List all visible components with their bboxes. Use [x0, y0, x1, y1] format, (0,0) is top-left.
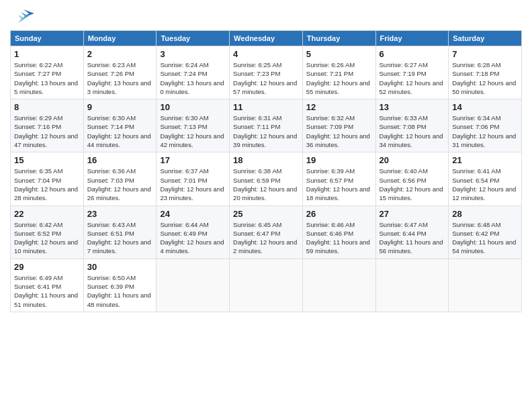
calendar-cell: 20Sunrise: 6:40 AM Sunset: 6:56 PM Dayli… — [375, 152, 449, 205]
day-info: Sunrise: 6:47 AM Sunset: 6:44 PM Dayligh… — [380, 220, 445, 256]
calendar-cell — [375, 259, 449, 312]
calendar-cell: 25Sunrise: 6:45 AM Sunset: 6:47 PM Dayli… — [230, 205, 303, 259]
calendar-cell: 27Sunrise: 6:47 AM Sunset: 6:44 PM Dayli… — [375, 205, 449, 259]
calendar-cell: 17Sunrise: 6:37 AM Sunset: 7:01 PM Dayli… — [157, 152, 230, 205]
day-number: 8 — [14, 102, 80, 112]
day-number: 18 — [233, 155, 299, 165]
day-info: Sunrise: 6:40 AM Sunset: 6:56 PM Dayligh… — [380, 167, 445, 202]
day-number: 23 — [87, 209, 153, 219]
calendar-cell: 6Sunrise: 6:27 AM Sunset: 7:19 PM Daylig… — [375, 46, 449, 99]
calendar-week-row: 1Sunrise: 6:22 AM Sunset: 7:27 PM Daylig… — [11, 46, 522, 99]
day-info: Sunrise: 6:44 AM Sunset: 6:49 PM Dayligh… — [160, 220, 226, 256]
calendar-cell: 10Sunrise: 6:30 AM Sunset: 7:13 PM Dayli… — [157, 99, 230, 152]
calendar-cell: 7Sunrise: 6:28 AM Sunset: 7:18 PM Daylig… — [449, 46, 522, 99]
calendar-cell: 1Sunrise: 6:22 AM Sunset: 7:27 PM Daylig… — [11, 46, 84, 99]
calendar-cell — [449, 259, 522, 312]
calendar-cell: 13Sunrise: 6:33 AM Sunset: 7:08 PM Dayli… — [375, 99, 449, 152]
day-info: Sunrise: 6:35 AM Sunset: 7:04 PM Dayligh… — [14, 167, 80, 202]
day-number: 11 — [233, 102, 299, 112]
day-info: Sunrise: 6:23 AM Sunset: 7:26 PM Dayligh… — [87, 60, 153, 96]
calendar-cell: 14Sunrise: 6:34 AM Sunset: 7:06 PM Dayli… — [449, 99, 522, 152]
day-info: Sunrise: 6:42 AM Sunset: 6:52 PM Dayligh… — [14, 220, 80, 256]
day-info: Sunrise: 6:49 AM Sunset: 6:41 PM Dayligh… — [14, 273, 80, 309]
calendar-week-row: 15Sunrise: 6:35 AM Sunset: 7:04 PM Dayli… — [11, 152, 522, 205]
day-number: 24 — [160, 209, 226, 219]
day-number: 2 — [87, 49, 153, 59]
calendar-cell: 19Sunrise: 6:39 AM Sunset: 6:57 PM Dayli… — [302, 152, 375, 205]
day-info: Sunrise: 6:43 AM Sunset: 6:51 PM Dayligh… — [87, 220, 153, 256]
day-info: Sunrise: 6:29 AM Sunset: 7:16 PM Dayligh… — [14, 113, 80, 149]
calendar-week-row: 29Sunrise: 6:49 AM Sunset: 6:41 PM Dayli… — [11, 259, 522, 312]
day-info: Sunrise: 6:30 AM Sunset: 7:13 PM Dayligh… — [160, 113, 226, 149]
calendar-week-row: 8Sunrise: 6:29 AM Sunset: 7:16 PM Daylig… — [11, 99, 522, 152]
logo-icon — [10, 7, 34, 27]
day-number: 15 — [14, 155, 80, 165]
day-number: 30 — [87, 262, 153, 272]
day-number: 14 — [452, 102, 518, 112]
day-info: Sunrise: 6:31 AM Sunset: 7:11 PM Dayligh… — [233, 113, 299, 149]
day-info: Sunrise: 6:24 AM Sunset: 7:24 PM Dayligh… — [160, 60, 226, 96]
calendar-cell: 21Sunrise: 6:41 AM Sunset: 6:54 PM Dayli… — [449, 152, 522, 205]
day-info: Sunrise: 6:45 AM Sunset: 6:47 PM Dayligh… — [233, 220, 299, 256]
calendar-cell — [302, 259, 375, 312]
svg-marker-2 — [18, 15, 25, 23]
day-info: Sunrise: 6:30 AM Sunset: 7:14 PM Dayligh… — [87, 113, 153, 149]
day-number: 7 — [452, 49, 518, 59]
weekday-header-monday: Monday — [83, 31, 157, 46]
day-info: Sunrise: 6:48 AM Sunset: 6:42 PM Dayligh… — [452, 220, 518, 256]
day-number: 16 — [87, 155, 153, 165]
day-number: 6 — [380, 49, 445, 59]
calendar-cell: 12Sunrise: 6:32 AM Sunset: 7:09 PM Dayli… — [302, 99, 375, 152]
weekday-header-sunday: Sunday — [11, 31, 84, 46]
day-info: Sunrise: 6:36 AM Sunset: 7:03 PM Dayligh… — [87, 167, 153, 202]
day-number: 13 — [380, 102, 445, 112]
day-info: Sunrise: 6:27 AM Sunset: 7:19 PM Dayligh… — [380, 60, 445, 96]
day-number: 21 — [452, 155, 518, 165]
page-header — [10, 7, 522, 27]
calendar-cell: 4Sunrise: 6:25 AM Sunset: 7:23 PM Daylig… — [230, 46, 303, 99]
weekday-header-wednesday: Wednesday — [230, 31, 303, 46]
day-info: Sunrise: 6:38 AM Sunset: 6:59 PM Dayligh… — [233, 167, 299, 202]
day-info: Sunrise: 6:28 AM Sunset: 7:18 PM Dayligh… — [452, 60, 518, 96]
day-number: 9 — [87, 102, 153, 112]
day-number: 25 — [233, 209, 299, 219]
day-info: Sunrise: 6:25 AM Sunset: 7:23 PM Dayligh… — [233, 60, 299, 96]
calendar-cell: 2Sunrise: 6:23 AM Sunset: 7:26 PM Daylig… — [83, 46, 157, 99]
calendar-cell: 11Sunrise: 6:31 AM Sunset: 7:11 PM Dayli… — [230, 99, 303, 152]
weekday-header-saturday: Saturday — [449, 31, 522, 46]
calendar-cell: 15Sunrise: 6:35 AM Sunset: 7:04 PM Dayli… — [11, 152, 84, 205]
day-info: Sunrise: 6:22 AM Sunset: 7:27 PM Dayligh… — [14, 60, 80, 96]
calendar-week-row: 22Sunrise: 6:42 AM Sunset: 6:52 PM Dayli… — [11, 205, 522, 259]
calendar-cell: 8Sunrise: 6:29 AM Sunset: 7:16 PM Daylig… — [11, 99, 84, 152]
calendar-cell: 29Sunrise: 6:49 AM Sunset: 6:41 PM Dayli… — [11, 259, 84, 312]
day-number: 22 — [14, 209, 80, 219]
calendar-cell: 9Sunrise: 6:30 AM Sunset: 7:14 PM Daylig… — [83, 99, 157, 152]
logo — [10, 7, 37, 27]
calendar-cell: 23Sunrise: 6:43 AM Sunset: 6:51 PM Dayli… — [83, 205, 157, 259]
calendar-cell: 5Sunrise: 6:26 AM Sunset: 7:21 PM Daylig… — [302, 46, 375, 99]
day-number: 20 — [380, 155, 445, 165]
calendar-cell: 30Sunrise: 6:50 AM Sunset: 6:39 PM Dayli… — [83, 259, 157, 312]
weekday-header-thursday: Thursday — [302, 31, 375, 46]
day-number: 19 — [306, 155, 372, 165]
calendar-cell: 3Sunrise: 6:24 AM Sunset: 7:24 PM Daylig… — [157, 46, 230, 99]
day-number: 5 — [306, 49, 372, 59]
calendar-table: SundayMondayTuesdayWednesdayThursdayFrid… — [10, 30, 522, 312]
calendar-cell: 22Sunrise: 6:42 AM Sunset: 6:52 PM Dayli… — [11, 205, 84, 259]
weekday-header-row: SundayMondayTuesdayWednesdayThursdayFrid… — [11, 31, 522, 46]
calendar-cell: 24Sunrise: 6:44 AM Sunset: 6:49 PM Dayli… — [157, 205, 230, 259]
day-number: 29 — [14, 262, 80, 272]
day-info: Sunrise: 6:37 AM Sunset: 7:01 PM Dayligh… — [160, 167, 226, 202]
day-info: Sunrise: 6:26 AM Sunset: 7:21 PM Dayligh… — [306, 60, 372, 96]
calendar-cell — [230, 259, 303, 312]
day-info: Sunrise: 6:50 AM Sunset: 6:39 PM Dayligh… — [87, 273, 153, 309]
day-number: 1 — [14, 49, 80, 59]
day-number: 10 — [160, 102, 226, 112]
day-number: 26 — [306, 209, 372, 219]
day-number: 3 — [160, 49, 226, 59]
day-info: Sunrise: 6:41 AM Sunset: 6:54 PM Dayligh… — [452, 167, 518, 202]
day-number: 12 — [306, 102, 372, 112]
day-number: 28 — [452, 209, 518, 219]
day-info: Sunrise: 6:39 AM Sunset: 6:57 PM Dayligh… — [306, 167, 372, 202]
day-info: Sunrise: 6:33 AM Sunset: 7:08 PM Dayligh… — [380, 113, 445, 149]
